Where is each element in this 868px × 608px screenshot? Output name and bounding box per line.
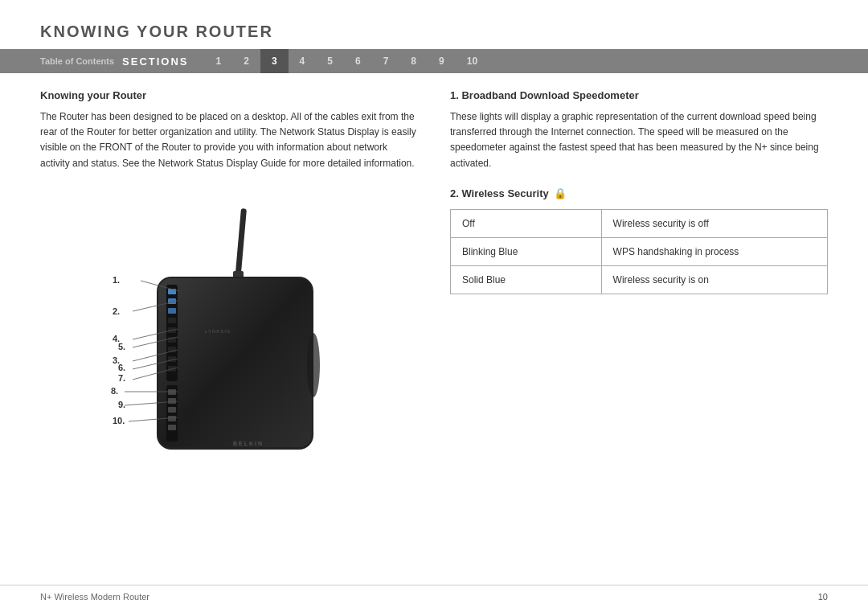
left-body-text: The Router has been designed to be place… <box>40 109 418 171</box>
main-content: Knowing your Router The Router has been … <box>0 73 868 585</box>
nav-num-4[interactable]: 4 <box>289 49 317 73</box>
table-cell-col2-row1: Wireless security is off <box>601 209 827 237</box>
svg-rect-7 <box>168 308 176 314</box>
wireless-security-label: 2. Wireless Security <box>450 187 549 199</box>
svg-text:LYNKSIS: LYNKSIS <box>205 329 231 334</box>
svg-text:6.: 6. <box>118 363 125 372</box>
svg-text:2.: 2. <box>113 306 120 316</box>
nav-num-8[interactable]: 8 <box>399 49 428 73</box>
svg-rect-19 <box>168 425 176 430</box>
left-section-heading: Knowing your Router <box>40 89 418 101</box>
footer-product-label: N+ Wireless Modern Router <box>40 592 149 602</box>
svg-text:8.: 8. <box>111 386 118 396</box>
svg-rect-3 <box>158 278 312 447</box>
right-column: 1. Broadband Download Speedometer These … <box>450 89 828 569</box>
table-cell-col1-row1: Off <box>451 209 602 237</box>
svg-rect-5 <box>168 289 176 294</box>
nav-num-10[interactable]: 10 <box>456 49 489 73</box>
nav-bar: Table of Contents SECTIONS 1 2 3 4 5 6 7… <box>0 49 868 73</box>
svg-rect-18 <box>168 416 176 421</box>
svg-rect-16 <box>168 398 176 404</box>
svg-rect-0 <box>235 208 247 277</box>
svg-text:1.: 1. <box>113 275 120 285</box>
nav-num-9[interactable]: 9 <box>428 49 456 73</box>
nav-num-6[interactable]: 6 <box>344 49 372 73</box>
nav-num-3[interactable]: 3 <box>260 49 289 73</box>
table-cell-col1-row2: Blinking Blue <box>451 237 602 265</box>
svg-text:10.: 10. <box>113 416 125 425</box>
nav-num-7[interactable]: 7 <box>372 49 400 73</box>
svg-text:7.: 7. <box>118 373 125 383</box>
footer: N+ Wireless Modern Router 10 <box>0 585 868 608</box>
nav-numbers: 1 2 3 4 5 6 7 8 9 10 <box>205 49 828 73</box>
footer-page-number: 10 <box>818 592 828 602</box>
right-section1-heading: 1. Broadband Download Speedometer <box>450 89 828 101</box>
left-column: Knowing your Router The Router has been … <box>40 89 418 569</box>
right-section1-body: These lights will display a graphic repr… <box>450 109 828 171</box>
page-title: KNOWING YOUR ROUTER <box>40 23 828 41</box>
svg-text:9.: 9. <box>118 400 125 409</box>
svg-rect-15 <box>168 389 176 395</box>
table-row: Solid Blue Wireless security is on <box>451 265 828 294</box>
table-cell-col2-row2: WPS handshaking in process <box>601 237 827 265</box>
nav-toc-label[interactable]: Table of Contents <box>40 56 114 66</box>
router-image: LYNKSIS BELKIN 1. 2. 3. <box>108 192 350 466</box>
page: KNOWING YOUR ROUTER Table of Contents SE… <box>0 0 868 608</box>
table-row: Blinking Blue WPS handshaking in process <box>451 237 828 265</box>
nav-num-2[interactable]: 2 <box>232 49 260 73</box>
title-bar: KNOWING YOUR ROUTER <box>0 0 868 49</box>
table-cell-col2-row3: Wireless security is on <box>601 265 827 294</box>
router-svg: LYNKSIS BELKIN 1. 2. 3. <box>108 192 350 466</box>
svg-text:5.: 5. <box>118 342 125 351</box>
nav-sections-label: SECTIONS <box>122 55 188 68</box>
nav-num-5[interactable]: 5 <box>316 49 344 73</box>
svg-point-22 <box>307 333 320 397</box>
lock-icon: 🔒 <box>554 187 567 199</box>
table-row: Off Wireless security is off <box>451 209 828 237</box>
wireless-security-heading: 2. Wireless Security 🔒 <box>450 187 828 199</box>
router-diagram: LYNKSIS BELKIN 1. 2. 3. <box>40 192 418 569</box>
table-cell-col1-row3: Solid Blue <box>451 265 602 294</box>
nav-num-1[interactable]: 1 <box>205 49 233 73</box>
svg-text:BELKIN: BELKIN <box>233 441 264 446</box>
security-table: Off Wireless security is off Blinking Bl… <box>450 209 828 294</box>
svg-rect-8 <box>168 318 176 323</box>
svg-rect-17 <box>168 407 176 413</box>
